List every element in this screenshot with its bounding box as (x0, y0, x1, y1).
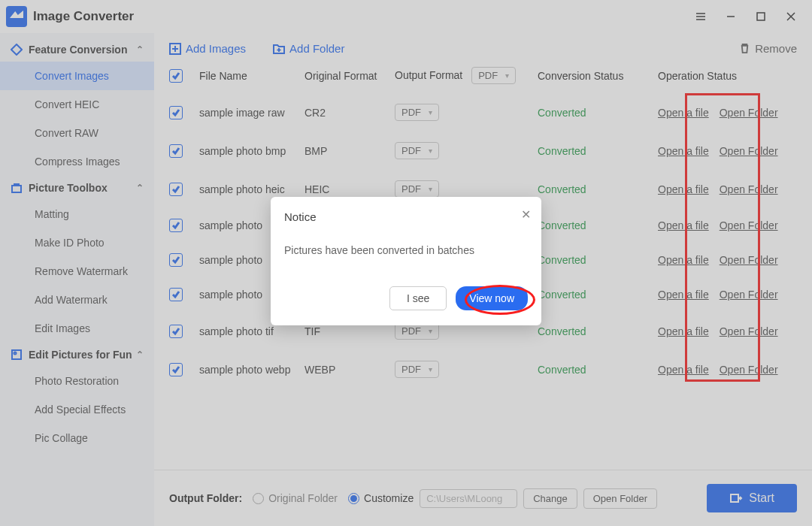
sidebar-item-matting[interactable]: Matting (0, 200, 154, 228)
select-all-checkbox[interactable] (169, 69, 183, 83)
row-filename: sample photo heic (199, 183, 304, 195)
open-file-link[interactable]: Open a file (658, 254, 709, 266)
remove-label: Remove (755, 42, 797, 55)
table-row: sample photo webpWEBPPDF▾ConvertedOpen a… (154, 350, 812, 388)
chevron-down-icon: ▾ (429, 365, 432, 373)
open-file-link[interactable]: Open a file (658, 145, 709, 157)
start-label: Start (749, 491, 774, 505)
sidebar-item-restoration[interactable]: Photo Restoration (0, 367, 154, 395)
open-file-link[interactable]: Open a file (658, 289, 709, 301)
row-checkbox[interactable] (169, 106, 183, 119)
global-format-select[interactable]: PDF▾ (471, 67, 516, 84)
row-status: Converted (538, 254, 586, 266)
row-status: Converted (538, 364, 586, 376)
add-folder-button[interactable]: Add Folder (273, 42, 344, 55)
row-format-select[interactable]: PDF▾ (395, 104, 439, 121)
open-file-link[interactable]: Open a file (658, 183, 709, 195)
sidebar-item-convert-heic[interactable]: Convert HEIC (0, 90, 154, 119)
sidebar-item-add-watermark[interactable]: Add Watermark (0, 286, 154, 314)
open-folder-link[interactable]: Open Folder (720, 325, 778, 337)
row-status: Converted (538, 219, 586, 231)
row-checkbox[interactable] (169, 144, 183, 158)
sidebar-section-label: Edit Pictures for Fun (29, 349, 132, 361)
add-folder-label: Add Folder (289, 42, 344, 55)
add-images-label: Add Images (186, 42, 246, 55)
maximize-button[interactable] (746, 2, 776, 32)
sidebar-section-fun[interactable]: Edit Pictures for Fun ⌃ (0, 343, 154, 367)
row-format-select[interactable]: PDF▾ (395, 180, 439, 198)
open-folder-link[interactable]: Open Folder (720, 364, 778, 376)
add-images-button[interactable]: Add Images (169, 42, 246, 55)
row-status: Converted (538, 145, 586, 157)
row-orig-format: TIF (304, 325, 395, 337)
row-status: Converted (538, 107, 586, 119)
remove-button[interactable]: Remove (739, 42, 797, 55)
sidebar-item-id-photo[interactable]: Make ID Photo (0, 228, 154, 257)
svg-rect-3 (12, 350, 21, 359)
row-status: Converted (538, 289, 586, 301)
open-file-link[interactable]: Open a file (658, 107, 709, 119)
open-folder-link[interactable]: Open Folder (720, 107, 778, 119)
row-filename: sample photo webp (199, 364, 304, 376)
chevron-down-icon: ▾ (429, 327, 432, 335)
sidebar-item-collage[interactable]: Pic Collage (0, 424, 154, 452)
sidebar-item-edit-images[interactable]: Edit Images (0, 314, 154, 343)
row-orig-format: HEIC (304, 183, 395, 195)
start-button[interactable]: Start (707, 484, 797, 512)
sidebar-item-remove-watermark[interactable]: Remove Watermark (0, 257, 154, 286)
sidebar-item-convert-images[interactable]: Convert Images (0, 62, 154, 90)
minimize-button[interactable] (716, 2, 746, 32)
sidebar-section-label: Feature Conversion (29, 44, 127, 56)
i-see-button[interactable]: I see (389, 286, 447, 310)
open-file-link[interactable]: Open a file (658, 364, 709, 376)
view-now-button[interactable]: View now (456, 286, 528, 310)
row-checkbox[interactable] (169, 253, 183, 267)
sidebar-item-compress[interactable]: Compress Images (0, 147, 154, 176)
row-checkbox[interactable] (169, 325, 183, 338)
titlebar: Image Converter (0, 0, 812, 33)
close-button[interactable] (776, 2, 806, 32)
open-folder-link[interactable]: Open Folder (720, 219, 778, 231)
sidebar-section-toolbox[interactable]: Picture Toolbox ⌃ (0, 176, 154, 200)
svg-rect-0 (757, 13, 765, 20)
row-format-select[interactable]: PDF▾ (395, 361, 439, 378)
header-orig: Original Format (304, 70, 395, 82)
open-folder-link[interactable]: Open Folder (720, 183, 778, 195)
row-status: Converted (538, 183, 586, 195)
svg-marker-1 (11, 44, 22, 55)
open-folder-link[interactable]: Open Folder (720, 254, 778, 266)
row-checkbox[interactable] (169, 183, 183, 196)
notice-modal: Notice ✕ Pictures have been converted in… (271, 197, 541, 325)
radio-original-folder[interactable] (253, 493, 264, 504)
row-checkbox[interactable] (169, 288, 183, 301)
modal-close-button[interactable]: ✕ (521, 207, 531, 222)
sidebar-item-effects[interactable]: Add Special Effects (0, 395, 154, 424)
menu-icon[interactable] (686, 2, 716, 32)
toolbar: Add Images Add Folder Remove (154, 33, 812, 62)
open-folder-button[interactable]: Open Folder (583, 488, 657, 509)
modal-title: Notice (284, 210, 528, 223)
svg-rect-6 (731, 494, 738, 502)
svg-point-4 (14, 352, 17, 355)
open-file-link[interactable]: Open a file (658, 219, 709, 231)
change-button[interactable]: Change (523, 488, 577, 509)
open-file-link[interactable]: Open a file (658, 325, 709, 337)
row-checkbox[interactable] (169, 219, 183, 232)
output-path-field[interactable]: C:\Users\MLoong (420, 489, 517, 508)
sidebar-section-feature[interactable]: Feature Conversion ⌃ (0, 38, 154, 62)
radio-customize[interactable] (348, 493, 359, 504)
row-orig-format: CR2 (304, 107, 395, 119)
footer: Output Folder: Original Folder Customize… (154, 470, 812, 526)
chevron-up-icon: ⌃ (136, 349, 144, 360)
table-row: sample photo bmpBMPPDF▾ConvertedOpen a f… (154, 132, 812, 170)
sidebar-item-convert-raw[interactable]: Convert RAW (0, 119, 154, 147)
row-status: Converted (538, 325, 586, 337)
open-folder-link[interactable]: Open Folder (720, 289, 778, 301)
chevron-up-icon: ⌃ (136, 44, 144, 55)
radio-original-label: Original Folder (268, 492, 338, 504)
row-filename: sample photo tif (199, 325, 304, 337)
row-checkbox[interactable] (169, 363, 183, 376)
chevron-down-icon: ▾ (429, 185, 432, 193)
row-format-select[interactable]: PDF▾ (395, 142, 439, 159)
open-folder-link[interactable]: Open Folder (720, 145, 778, 157)
